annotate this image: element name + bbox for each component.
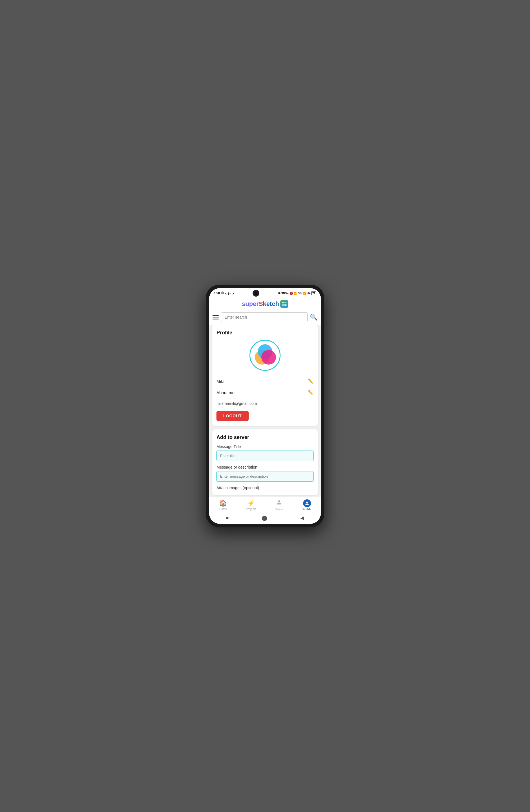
logo-ketch-text: ketch bbox=[263, 300, 279, 307]
content-area: Profile bbox=[209, 325, 321, 497]
network-type: 3G bbox=[298, 292, 302, 295]
profile-label: Profile bbox=[303, 508, 311, 511]
logo-icon bbox=[280, 300, 288, 308]
nav-projects[interactable]: ⚡ Projects bbox=[237, 499, 265, 511]
android-back-btn[interactable]: ◀ bbox=[300, 515, 304, 521]
message-title-label: Message Title bbox=[217, 444, 313, 449]
about-field: About me ✏️ bbox=[217, 387, 313, 398]
nav-home[interactable]: 🏠 Home bbox=[209, 499, 237, 511]
signal2-icon: 📶 bbox=[303, 292, 306, 295]
add-to-server-card: Add to server Message Title Message or d… bbox=[212, 430, 318, 495]
android-nav-bar: ■ ⬤ ◀ bbox=[209, 512, 321, 524]
edit-username-icon[interactable]: ✏️ bbox=[308, 379, 313, 384]
add-server-title: Add to server bbox=[217, 434, 313, 440]
logo-s-text: S bbox=[259, 300, 263, 307]
signal-icon: 📶 bbox=[294, 292, 297, 295]
svg-rect-1 bbox=[284, 302, 287, 303]
username-value: Milz bbox=[217, 379, 224, 384]
camera-dot bbox=[253, 290, 259, 296]
profile-card: Profile bbox=[212, 325, 318, 426]
logout-button[interactable]: LOGOUT bbox=[217, 411, 249, 421]
projects-icon: ⚡ bbox=[247, 499, 255, 507]
network-h-icon: H+ bbox=[307, 292, 310, 295]
about-value: About me bbox=[217, 390, 235, 395]
search-bar: 🔍 bbox=[209, 311, 321, 325]
message-desc-input[interactable] bbox=[217, 471, 313, 481]
avatar-container bbox=[217, 340, 313, 371]
projects-label: Projects bbox=[246, 508, 256, 511]
message-title-input[interactable] bbox=[217, 451, 313, 461]
location-icon: ◁ bbox=[225, 292, 227, 295]
hamburger-menu[interactable] bbox=[212, 315, 219, 319]
logo-svg-icon bbox=[282, 301, 287, 306]
logo: superSketch bbox=[242, 300, 279, 308]
nav-server[interactable]: Server bbox=[265, 499, 293, 511]
android-square-btn[interactable]: ■ bbox=[226, 515, 229, 521]
search-input[interactable] bbox=[221, 313, 308, 322]
home-label: Home bbox=[219, 508, 227, 511]
search-icon[interactable]: 🔍 bbox=[310, 314, 318, 321]
top-bar: superSketch bbox=[209, 298, 321, 311]
svg-point-7 bbox=[278, 501, 280, 503]
logo-super-text: super bbox=[242, 300, 259, 307]
avatar bbox=[250, 340, 280, 371]
data-speed: 0.0KB/s bbox=[278, 292, 289, 295]
email-row: milzmamili@gmail.com bbox=[217, 398, 313, 410]
bitcoin-icon: Ⓑ bbox=[221, 291, 224, 295]
server-icon bbox=[276, 499, 282, 507]
svg-point-6 bbox=[261, 350, 276, 365]
venn-diagram bbox=[252, 343, 278, 368]
profile-icon bbox=[303, 499, 311, 507]
android-circle-btn[interactable]: ⬤ bbox=[262, 515, 267, 521]
email-value: milzmamili@gmail.com bbox=[217, 401, 257, 406]
status-bar: 6:58 Ⓑ ◁ ▷ ▷ 0.0KB/s 🔕 📶 3G 📶 H+ 72 bbox=[209, 288, 321, 298]
home-icon: 🏠 bbox=[219, 499, 227, 507]
nav-profile[interactable]: Profile bbox=[293, 499, 321, 511]
username-field: Milz ✏️ bbox=[217, 376, 313, 387]
svg-rect-2 bbox=[282, 304, 284, 306]
play2-icon: ▷ bbox=[232, 292, 234, 295]
bottom-nav: 🏠 Home ⚡ Projects Server Profile bbox=[209, 497, 321, 512]
svg-point-8 bbox=[306, 502, 308, 503]
svg-rect-3 bbox=[284, 304, 287, 306]
server-label: Server bbox=[275, 508, 283, 511]
play-icon: ▷ bbox=[228, 292, 231, 295]
profile-card-title: Profile bbox=[217, 330, 313, 336]
svg-rect-0 bbox=[282, 302, 284, 303]
battery-indicator: 72 bbox=[311, 291, 316, 295]
mute-icon: 🔕 bbox=[290, 292, 293, 295]
phone-frame: 6:58 Ⓑ ◁ ▷ ▷ 0.0KB/s 🔕 📶 3G 📶 H+ 72 bbox=[206, 285, 324, 527]
time-display: 6:58 bbox=[214, 291, 220, 295]
edit-about-icon[interactable]: ✏️ bbox=[308, 390, 313, 395]
phone-screen: 6:58 Ⓑ ◁ ▷ ▷ 0.0KB/s 🔕 📶 3G 📶 H+ 72 bbox=[209, 288, 321, 524]
attach-images-label: Attach images (optional) bbox=[217, 485, 313, 490]
message-desc-label: Message or description bbox=[217, 465, 313, 469]
